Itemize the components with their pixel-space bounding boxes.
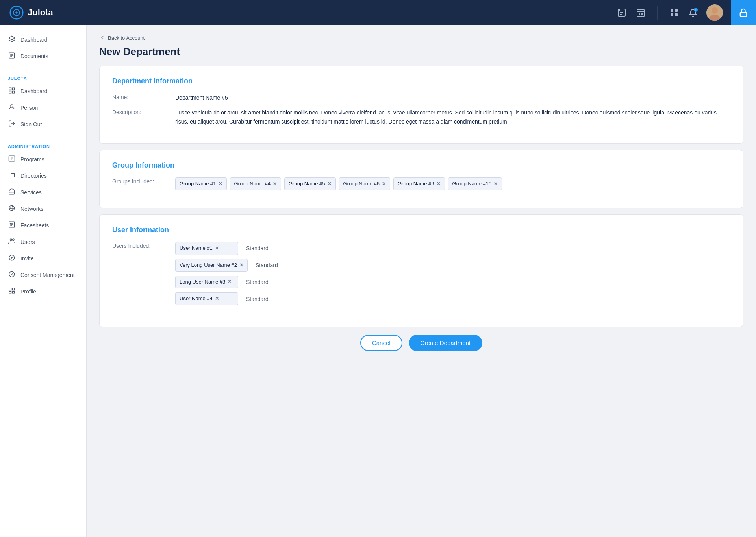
sidebar-label: Profile: [20, 288, 36, 295]
sidebar-item-invite[interactable]: Invite: [0, 250, 86, 267]
sidebar-label: Facesheets: [20, 222, 49, 229]
globe-icon: [8, 205, 16, 213]
calendar-icon[interactable]: [635, 7, 646, 18]
consent-icon: [8, 271, 16, 279]
user-avatar[interactable]: [706, 4, 723, 21]
svg-rect-31: [9, 288, 11, 290]
remove-user-tag[interactable]: ✕: [239, 262, 243, 269]
svg-rect-8: [675, 9, 678, 12]
sidebar-item-signout[interactable]: Sign Out: [0, 116, 86, 133]
user-section-title: User Information: [112, 226, 730, 234]
grid-icon: [8, 87, 16, 96]
sidebar-item-users[interactable]: Users: [0, 234, 86, 250]
sidebar-label: Consent Management: [20, 272, 75, 278]
svg-marker-15: [9, 36, 15, 40]
remove-group-tag[interactable]: ✕: [437, 180, 441, 188]
group-section-title: Group Information: [112, 161, 730, 170]
svg-rect-19: [9, 91, 11, 93]
remove-user-tag[interactable]: ✕: [215, 245, 219, 252]
sidebar-item-services[interactable]: Services: [0, 184, 86, 201]
svg-point-1: [15, 11, 17, 13]
page-title: New Department: [99, 46, 743, 58]
sidebar: Dashboard Documents JULOTA Dashboard: [0, 25, 87, 537]
group-tag: Group Name #9✕: [393, 177, 445, 190]
remove-group-tag[interactable]: ✕: [273, 180, 277, 188]
notification-icon[interactable]: 1: [687, 7, 699, 18]
folder-icon: [8, 172, 16, 180]
svg-rect-23: [9, 156, 15, 161]
logo[interactable]: Julota: [9, 6, 616, 20]
svg-point-21: [11, 105, 13, 107]
topnav-icons: 1: [616, 0, 747, 25]
user-row: Very Long User Name #2 ✕ Standard: [175, 259, 730, 272]
sidebar-item-documents[interactable]: Documents: [0, 48, 86, 65]
sidebar-item-dashboard-top[interactable]: Dashboard: [0, 31, 86, 48]
user-tag: Very Long User Name #2 ✕: [175, 259, 248, 272]
svg-rect-33: [9, 292, 11, 293]
sidebar-item-directories[interactable]: Directories: [0, 168, 86, 184]
svg-point-12: [712, 7, 718, 14]
svg-rect-17: [9, 88, 11, 90]
forms-icon[interactable]: [616, 7, 627, 18]
remove-group-tag[interactable]: ✕: [219, 180, 222, 188]
button-row: Cancel Create Department: [99, 335, 743, 359]
user-row: User Name #1 ✕ Standard: [175, 242, 730, 255]
sidebar-item-networks[interactable]: Networks: [0, 201, 86, 217]
sidebar-item-person[interactable]: Person: [0, 100, 86, 116]
logo-text: Julota: [28, 7, 53, 18]
users-icon: [8, 238, 16, 246]
department-section-title: Department Information: [112, 77, 730, 85]
user-role: Standard: [246, 295, 269, 303]
groups-label: Groups Included:: [112, 177, 175, 185]
remove-group-tag[interactable]: ✕: [382, 180, 386, 188]
description-label: Description:: [112, 108, 175, 115]
sidebar-item-programs[interactable]: Programs: [0, 151, 86, 168]
name-value: Department Name #5: [175, 93, 730, 102]
cancel-button[interactable]: Cancel: [360, 335, 402, 351]
headphones-icon: [8, 188, 16, 197]
remove-group-tag[interactable]: ✕: [328, 180, 332, 188]
users-container: User Name #1 ✕ Standard Very Long User N…: [175, 242, 730, 309]
facesheet-icon: [8, 221, 16, 230]
svg-rect-32: [13, 288, 15, 290]
svg-rect-20: [13, 91, 15, 93]
svg-rect-7: [671, 9, 673, 12]
lock-button[interactable]: [731, 0, 756, 25]
groups-field-row: Groups Included: Group Name #1✕Group Nam…: [112, 177, 730, 190]
user-info-card: User Information Users Included: User Na…: [99, 214, 743, 327]
sidebar-item-facesheets[interactable]: Facesheets: [0, 217, 86, 234]
sidebar-label: Networks: [20, 206, 43, 212]
remove-user-tag[interactable]: ✕: [228, 278, 232, 286]
group-tag: Group Name #10✕: [448, 177, 502, 190]
name-field-row: Name: Department Name #5: [112, 93, 730, 102]
groups-tags: Group Name #1✕Group Name #4✕Group Name #…: [175, 177, 730, 190]
group-tag: Group Name #5✕: [284, 177, 336, 190]
svg-rect-5: [639, 13, 640, 15]
svg-rect-34: [13, 292, 15, 293]
person-icon: [8, 103, 16, 112]
users-field-row: Users Included: User Name #1 ✕ Standard …: [112, 242, 730, 309]
remove-user-tag[interactable]: ✕: [215, 295, 219, 303]
apps-icon[interactable]: [669, 7, 680, 18]
programs-icon: [8, 155, 16, 164]
create-department-button[interactable]: Create Department: [409, 335, 483, 351]
profile-grid-icon: [8, 287, 16, 296]
sidebar-label: Services: [20, 189, 42, 196]
user-tag: User Name #4 ✕: [175, 292, 238, 305]
svg-rect-3: [618, 9, 620, 11]
svg-rect-14: [740, 12, 747, 16]
back-link-text: Back to Account: [108, 35, 145, 41]
svg-point-28: [13, 239, 15, 241]
sidebar-item-profile[interactable]: Profile: [0, 283, 86, 300]
sidebar-item-dashboard-julota[interactable]: Dashboard: [0, 83, 86, 100]
sidebar-label: Directories: [20, 173, 47, 179]
sidebar-label: Dashboard: [20, 37, 48, 43]
sidebar-item-consent[interactable]: Consent Management: [0, 267, 86, 283]
svg-rect-6: [641, 13, 643, 15]
user-row: User Name #4 ✕ Standard: [175, 292, 730, 305]
group-tag: Group Name #6✕: [339, 177, 391, 190]
back-link[interactable]: Back to Account: [99, 35, 743, 41]
description-field-row: Description: Fusce vehicula dolor arcu, …: [112, 108, 730, 126]
user-tag: Long User Name #3 ✕: [175, 276, 238, 289]
remove-group-tag[interactable]: ✕: [494, 180, 498, 188]
